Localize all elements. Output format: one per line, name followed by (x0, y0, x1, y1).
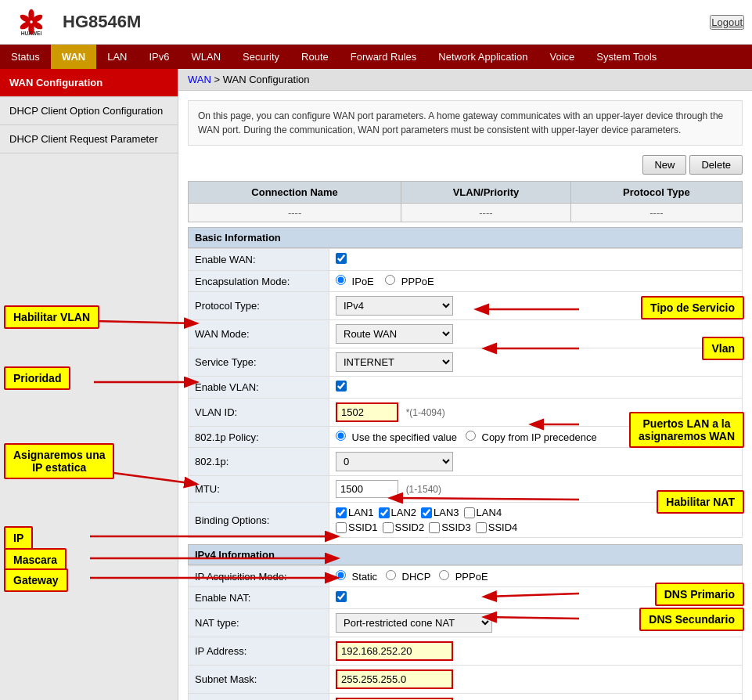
sidebar-dhcp-request[interactable]: DHCP Client Request Parameter (0, 125, 178, 153)
cell-proto: ---- (570, 204, 742, 222)
protocol-select[interactable]: IPv4 IPv6 IPv4/IPv6 (336, 296, 453, 316)
encap-label: Encapsulation Mode: (189, 271, 329, 292)
ssid3-checkbox[interactable] (429, 522, 440, 533)
lan4-binding[interactable]: LAN4 (464, 507, 502, 518)
wan-mode-select[interactable]: Route WAN Bridge WAN (336, 324, 453, 344)
mtu-input[interactable] (336, 480, 398, 498)
vlan-id-input[interactable] (336, 402, 398, 422)
ssid2-checkbox[interactable] (383, 522, 394, 533)
ssid3-binding[interactable]: SSID3 (429, 521, 471, 533)
policy-copy-radio[interactable] (466, 431, 476, 441)
logout-button[interactable]: Logout (710, 15, 744, 30)
ann-habilitar-nat: Habilitar NAT (657, 490, 744, 514)
delete-button[interactable]: Delete (689, 155, 743, 175)
ip-addr-row: IP Address: (189, 637, 743, 666)
new-button[interactable]: New (642, 155, 686, 175)
ssid4-binding[interactable]: SSID4 (476, 521, 518, 533)
subnet-value (329, 666, 743, 694)
nav-network-app[interactable]: Network Application (427, 45, 538, 69)
nav-lan[interactable]: LAN (96, 45, 138, 69)
breadcrumb-current: WAN Configuration (223, 74, 310, 85)
ipv4-info-header: IPv4 Information (188, 544, 743, 565)
lan1-binding[interactable]: LAN1 (336, 507, 374, 518)
pppoe-radio[interactable] (439, 570, 449, 580)
ann-habilitar-vlan: Habilitar VLAN (4, 305, 99, 329)
wan-mode-value: Route WAN Bridge WAN (329, 320, 743, 348)
vlan-id-label: VLAN ID: (189, 399, 329, 427)
pppoe-option[interactable]: PPPoE (439, 571, 488, 583)
ip-addr-input[interactable] (336, 641, 453, 661)
encap-ipoe-radio[interactable] (336, 275, 346, 285)
enable-vlan-value (329, 377, 743, 399)
service-type-row: Service Type: INTERNET TR069 VOIP OTHER (189, 348, 743, 377)
service-type-label: Service Type: (189, 348, 329, 377)
breadcrumb-parent[interactable]: WAN (188, 74, 211, 85)
policy-specified[interactable]: Use the specified value (336, 431, 457, 443)
ann-ip: IP (4, 526, 33, 550)
sidebar-dhcp-option[interactable]: DHCP Client Option Configuration (0, 97, 178, 125)
ann-dns-primario: DNS Primario (655, 583, 744, 606)
ssid1-checkbox[interactable] (336, 522, 347, 533)
static-radio[interactable] (336, 570, 346, 580)
nav-wlan[interactable]: WLAN (181, 45, 232, 69)
cell-name: ---- (189, 204, 401, 222)
enable-vlan-row: Enable VLAN: (189, 377, 743, 399)
huawei-logo: HUAWEI (8, 6, 55, 38)
header: HUAWEI HG8546M Logout (0, 0, 752, 45)
enable-nat-checkbox[interactable] (336, 591, 347, 602)
protocol-label: Protocol Type: (189, 292, 329, 320)
enable-wan-label: Enable WAN: (189, 249, 329, 271)
sidebar-wan-config[interactable]: WAN Configuration (0, 69, 178, 97)
gateway-value (329, 694, 743, 701)
subnet-input[interactable] (336, 669, 453, 689)
dhcp-option[interactable]: DHCP (386, 571, 430, 583)
col-protocol-type: Protocol Type (570, 182, 742, 204)
gateway-label: Default Gateway: (189, 694, 329, 701)
enable-wan-checkbox[interactable] (336, 253, 347, 264)
breadcrumb-separator: > (214, 74, 222, 85)
nav-system-tools[interactable]: System Tools (585, 45, 667, 69)
enable-wan-row: Enable WAN: (189, 249, 743, 271)
nat-type-select[interactable]: Port-restricted cone NAT Full cone NAT R… (336, 613, 492, 633)
mtu-hint: (1-1540) (406, 484, 441, 495)
nav-ipv6[interactable]: IPv6 (139, 45, 181, 69)
breadcrumb: WAN > WAN Configuration (178, 69, 752, 91)
lan2-checkbox[interactable] (379, 507, 390, 518)
lan2-binding[interactable]: LAN2 (379, 507, 417, 518)
cell-vlan: ---- (401, 204, 571, 222)
ann-puertos-lan: Puertos LAN a laasignaremos WAN (629, 412, 744, 448)
lan3-binding[interactable]: LAN3 (421, 507, 459, 518)
nav-voice[interactable]: Voice (538, 45, 585, 69)
policy-specified-radio[interactable] (336, 431, 346, 441)
action-buttons: New Delete (188, 155, 743, 175)
enable-vlan-label: Enable VLAN: (189, 377, 329, 399)
ip-addr-value (329, 637, 743, 666)
encap-ipoe[interactable]: IPoE (336, 276, 374, 287)
lan3-checkbox[interactable] (421, 507, 432, 518)
lan1-checkbox[interactable] (336, 507, 347, 518)
nav-forward-rules[interactable]: Forward Rules (340, 45, 428, 69)
dhcp-radio[interactable] (386, 570, 396, 580)
encap-value: IPoE PPPoE (329, 271, 743, 292)
vlan-id-hint: *(1-4094) (406, 407, 445, 418)
encap-pppoe-radio[interactable] (385, 275, 395, 285)
ssid1-binding[interactable]: SSID1 (336, 521, 378, 533)
nat-type-label: NAT type: (189, 609, 329, 637)
nav-security[interactable]: Security (232, 45, 290, 69)
ann-prioridad: Prioridad (4, 366, 70, 390)
encap-pppoe[interactable]: PPPoE (385, 276, 434, 287)
8021p-select[interactable]: 0123 4567 (336, 452, 453, 471)
service-type-select[interactable]: INTERNET TR069 VOIP OTHER (336, 352, 453, 372)
static-option[interactable]: Static (336, 571, 377, 583)
policy-copy[interactable]: Copy from IP precedence (466, 431, 597, 443)
ssid4-checkbox[interactable] (476, 522, 487, 533)
binding-label: Binding Options: (189, 503, 329, 538)
ssid2-binding[interactable]: SSID2 (383, 521, 425, 533)
nav-status[interactable]: Status (0, 45, 51, 69)
lan4-checkbox[interactable] (464, 507, 475, 518)
enable-vlan-checkbox[interactable] (336, 381, 347, 391)
nav-wan[interactable]: WAN (51, 45, 96, 69)
table-row: ---- ---- ---- (189, 204, 743, 222)
subnet-row: Subnet Mask: (189, 666, 743, 694)
nav-route[interactable]: Route (290, 45, 340, 69)
